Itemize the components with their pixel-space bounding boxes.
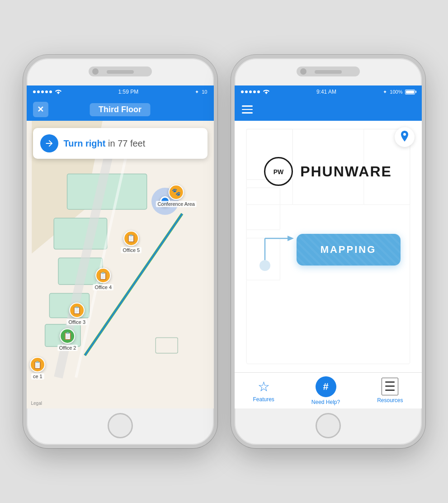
hashtag-icon: # (323, 381, 328, 393)
hashtag-icon-bg: # (316, 376, 336, 397)
scene: 1:59 PM ✦ 10 ✕ Third Floor (0, 0, 448, 503)
brand-name: PHUNWARE (300, 163, 392, 180)
battery-percentage: 100% (390, 89, 402, 95)
marker-label-office2: Office 2 (57, 345, 78, 351)
camera-right (300, 68, 307, 75)
turn-bold: Turn right (64, 138, 106, 148)
status-left-section (33, 89, 62, 95)
mapping-section: MAPPING (235, 220, 422, 279)
marker-office5[interactable]: 📋 Office 5 (121, 231, 141, 253)
status-time-left: 1:59 PM (118, 89, 139, 95)
status-right-right: ✦ 100% (383, 89, 415, 95)
bluetooth-icon: ✦ (195, 89, 199, 95)
phunware-logo-icon: PW (269, 162, 288, 180)
legal-text: Legal (31, 401, 42, 406)
list-icon: ☰ (382, 378, 398, 395)
home-button-right[interactable] (316, 413, 341, 438)
logo-circle: PW (264, 157, 293, 186)
tab-resources-label: Resources (377, 397, 403, 403)
mapping-label: MAPPING (321, 244, 377, 256)
marker-office1[interactable]: 📋 ce 1 (30, 357, 45, 380)
svg-marker-24 (288, 236, 294, 241)
tab-need-help[interactable]: # Need Help? (311, 376, 340, 405)
tab-features[interactable]: ☆ Features (253, 379, 274, 403)
nav-bar-right (235, 98, 422, 121)
turn-text: Turn right in 77 feet (64, 138, 146, 149)
wifi-icon-right (263, 89, 270, 95)
tab-features-label: Features (253, 396, 274, 403)
svg-point-21 (259, 260, 270, 271)
nav-title-left: Third Floor (90, 103, 151, 116)
home-button-left[interactable] (108, 413, 133, 438)
close-icon: ✕ (37, 104, 44, 114)
phone-left: 1:59 PM ✦ 10 ✕ Third Floor (23, 55, 217, 448)
wifi-icon (55, 89, 62, 95)
phone-right: 9:41 AM ✦ 100% (231, 55, 425, 448)
menu-button[interactable] (242, 105, 253, 114)
tab-bar: ☆ Features # Need Help? ☰ Resources (235, 372, 422, 408)
map-view[interactable]: 🐾 Conference Area 📋 Office 5 📋 Office 4 … (27, 121, 214, 408)
nav-bar-left: ✕ Third Floor (27, 98, 214, 121)
mapping-button[interactable]: MAPPING (297, 234, 401, 266)
status-right-section: ✦ 10 (195, 89, 207, 95)
logo-section: PW PHUNWARE (235, 157, 422, 186)
location-pin-icon (399, 131, 410, 143)
signal-dots (33, 90, 52, 93)
marker-conference[interactable]: 🐾 Conference Area (156, 185, 197, 207)
svg-text:PW: PW (274, 168, 284, 176)
speaker-right (315, 70, 342, 74)
svg-point-19 (403, 133, 406, 136)
turn-instruction-card: Turn right in 77 feet (33, 128, 207, 159)
speaker-left (107, 70, 134, 74)
marker-office3[interactable]: 📋 Office 3 (66, 303, 87, 325)
battery-text: 10 (202, 89, 207, 95)
screen-left: 1:59 PM ✦ 10 ✕ Third Floor (27, 85, 214, 408)
marker-office4[interactable]: 📋 Office 4 (93, 268, 113, 290)
arrow-path-svg (256, 220, 297, 279)
svg-rect-3 (54, 218, 107, 249)
turn-normal: in 77 feet (105, 138, 145, 148)
bluetooth-icon-right: ✦ (383, 89, 387, 95)
marker-label-conference: Conference Area (156, 201, 197, 207)
marker-label-office3: Office 3 (66, 319, 87, 325)
camera-left (92, 68, 99, 75)
map-svg (27, 121, 214, 408)
marker-label-office5: Office 5 (121, 247, 141, 253)
turn-right-icon (40, 134, 58, 152)
signal-dots-right (241, 90, 260, 93)
battery-icon (405, 90, 415, 95)
main-content-right: PW PHUNWARE MAPPI (235, 121, 422, 408)
marker-label-office1: ce 1 (31, 373, 44, 380)
status-left-right (241, 89, 270, 95)
screen-right: 9:41 AM ✦ 100% (235, 85, 422, 408)
star-icon: ☆ (258, 379, 270, 394)
tab-resources[interactable]: ☰ Resources (377, 378, 403, 403)
status-bar-left: 1:59 PM ✦ 10 (27, 85, 214, 98)
marker-label-office4: Office 4 (93, 284, 113, 290)
status-time-right: 9:41 AM (316, 89, 336, 95)
location-pin-button[interactable] (395, 127, 415, 147)
close-button[interactable]: ✕ (33, 102, 48, 117)
marker-office2[interactable]: 📋 Office 2 (57, 328, 78, 351)
tab-help-label: Need Help? (311, 399, 340, 405)
status-bar-right: 9:41 AM ✦ 100% (235, 85, 422, 98)
